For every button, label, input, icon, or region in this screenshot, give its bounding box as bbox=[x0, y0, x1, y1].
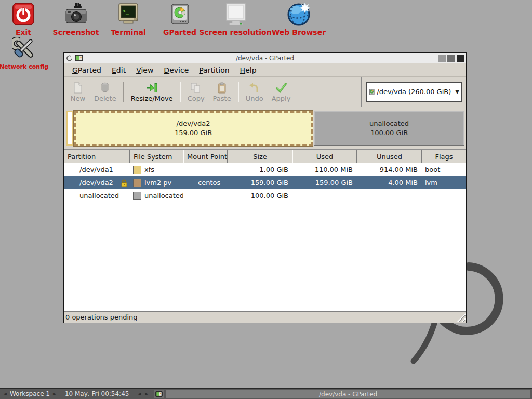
task-prev-icon[interactable]: ◄ bbox=[136, 389, 142, 399]
column-header-partition[interactable]: Partition bbox=[64, 150, 130, 163]
screenshot-camera-icon bbox=[63, 2, 88, 26]
menu-edit[interactable]: Edit bbox=[107, 64, 131, 76]
paste-button[interactable]: Paste bbox=[209, 80, 235, 104]
partition-table: Partition File System Mount Point Size U… bbox=[64, 150, 466, 311]
cell-unused: 4.00 MiB bbox=[357, 176, 422, 189]
copy-icon bbox=[190, 82, 202, 94]
visual-partition-vda2-selected[interactable]: /dev/vda2 159.00 GiB bbox=[74, 111, 313, 146]
desktop-icon-exit[interactable]: Exit bbox=[0, 2, 48, 36]
new-partition-button[interactable]: New bbox=[66, 80, 90, 104]
device-drive-icon bbox=[369, 86, 375, 98]
exit-icon bbox=[11, 2, 36, 26]
workspace-prev-icon[interactable]: ◄ bbox=[2, 389, 8, 399]
resize-grip[interactable] bbox=[457, 313, 466, 322]
gparted-window: /dev/vda - GParted GParted Edit View Dev… bbox=[63, 52, 467, 323]
column-header-unused[interactable]: Unused bbox=[357, 150, 422, 163]
desktop-icon-network-config[interactable]: Network config bbox=[0, 36, 49, 71]
menu-view[interactable]: View bbox=[131, 64, 158, 76]
new-document-icon bbox=[72, 82, 84, 94]
terminal-icon: >_ bbox=[116, 2, 141, 26]
visual-partition-unallocated[interactable]: unallocated 100.00 GiB bbox=[314, 111, 464, 146]
visual-partition-name: unallocated bbox=[369, 119, 409, 128]
gparted-task-icon bbox=[155, 391, 163, 397]
cell-partition: unallocated bbox=[64, 189, 130, 202]
menu-gparted[interactable]: GParted bbox=[67, 64, 107, 76]
desktop-icon-screenshot[interactable]: Screenshot bbox=[51, 2, 101, 36]
cell-used: 159.00 GiB bbox=[292, 176, 357, 189]
cell-filesystem: xfs bbox=[130, 163, 183, 176]
maximize-button[interactable] bbox=[447, 55, 455, 62]
task-next-icon[interactable]: ► bbox=[144, 389, 150, 399]
desktop-icon-label: Web Browser bbox=[272, 29, 326, 36]
svg-text:>_: >_ bbox=[123, 8, 129, 15]
visual-partition-size: 100.00 GiB bbox=[370, 128, 408, 138]
taskbar: ◄ Workspace 1 ► 10 May, Fri 00:54:45 ◄ ►… bbox=[0, 388, 532, 399]
undo-button[interactable]: Undo bbox=[242, 80, 268, 104]
filesystem-color-swatch bbox=[133, 166, 141, 174]
visual-partition-size: 159.00 GiB bbox=[175, 128, 212, 138]
desktop-icon-label: Screenshot bbox=[53, 29, 99, 36]
resize-move-icon bbox=[145, 82, 158, 94]
partition-visual-bar: /dev/vda2 159.00 GiB unallocated 100.00 … bbox=[64, 107, 466, 150]
desktop-icon-gparted[interactable]: GParted bbox=[155, 2, 205, 36]
taskbar-gparted-tile[interactable] bbox=[154, 390, 164, 398]
toolbar-separator bbox=[238, 82, 239, 102]
taskbar-task-gparted[interactable]: /dev/vda - GParted bbox=[166, 390, 530, 398]
cell-flags: boot bbox=[422, 163, 466, 176]
undo-icon bbox=[248, 82, 261, 94]
cell-size: 1.00 GiB bbox=[228, 163, 292, 176]
device-size: (260.00 GiB) bbox=[408, 88, 451, 96]
desktop-icon-web-browser[interactable]: Web Browser bbox=[274, 2, 324, 36]
taskbar-clock: 10 May, Fri 00:54:45 bbox=[65, 390, 129, 397]
cell-used: --- bbox=[292, 189, 357, 202]
table-row-vda2-selected[interactable]: /dev/vda2 lvm2 pv centos 159.00 GiB 159.… bbox=[64, 176, 466, 189]
window-titlebar[interactable]: /dev/vda - GParted bbox=[64, 53, 466, 63]
copy-button[interactable]: Copy bbox=[183, 80, 209, 104]
table-header-row: Partition File System Mount Point Size U… bbox=[64, 150, 466, 163]
cell-partition: /dev/vda1 bbox=[64, 163, 130, 176]
menu-device[interactable]: Device bbox=[158, 64, 194, 76]
delete-icon bbox=[99, 82, 111, 94]
network-config-tools-icon bbox=[11, 36, 36, 61]
desktop-icon-label: GParted bbox=[163, 29, 196, 36]
cell-mountpoint: centos bbox=[183, 176, 228, 189]
column-header-used[interactable]: Used bbox=[292, 150, 357, 163]
workspace-label: Workspace 1 bbox=[10, 390, 50, 397]
cell-used: 110.00 MiB bbox=[292, 163, 357, 176]
window-title: /dev/vda - GParted bbox=[64, 53, 466, 63]
desktop-icon-terminal[interactable]: >_ Terminal bbox=[103, 2, 153, 36]
desktop-icon-screen-resolution[interactable]: Screen resolution bbox=[210, 2, 260, 36]
paste-icon bbox=[216, 82, 228, 94]
table-row-unallocated[interactable]: unallocated unallocated 100.00 GiB --- -… bbox=[64, 189, 466, 202]
workspace-next-icon[interactable]: ► bbox=[52, 389, 58, 399]
visual-partition-vda1[interactable] bbox=[66, 111, 73, 146]
cell-filesystem: lvm2 pv bbox=[130, 176, 183, 189]
table-row-vda1[interactable]: /dev/vda1 xfs 1.00 GiB 110.00 MiB 914.00… bbox=[64, 163, 466, 176]
toolbar: New Delete Resize/Move Copy bbox=[64, 77, 466, 107]
desktop-icon-label: Terminal bbox=[111, 29, 146, 36]
statusbar: 0 operations pending bbox=[64, 311, 466, 323]
close-button[interactable] bbox=[457, 55, 464, 62]
minimize-button[interactable] bbox=[438, 55, 446, 62]
cell-size: 100.00 GiB bbox=[228, 189, 292, 202]
visual-partition-name: /dev/vda2 bbox=[177, 119, 210, 128]
menubar: GParted Edit View Device Partition Help bbox=[64, 63, 466, 77]
column-header-flags[interactable]: Flags bbox=[422, 150, 466, 163]
resize-move-button[interactable]: Resize/Move bbox=[127, 80, 177, 104]
dropdown-arrow-icon: ▼ bbox=[453, 89, 459, 95]
column-header-filesystem[interactable]: File System bbox=[130, 150, 183, 163]
toolbar-separator bbox=[123, 82, 124, 102]
column-header-size[interactable]: Size bbox=[228, 150, 292, 163]
filesystem-color-swatch bbox=[133, 179, 141, 187]
menu-help[interactable]: Help bbox=[235, 64, 262, 76]
menu-partition[interactable]: Partition bbox=[194, 64, 234, 76]
device-selector[interactable]: /dev/vda (260.00 GiB) ▼ bbox=[366, 82, 462, 102]
desktop-icon-label: Screen resolution bbox=[199, 29, 271, 36]
cell-partition: /dev/vda2 bbox=[64, 176, 130, 189]
cell-flags bbox=[422, 189, 466, 202]
desktop-icon-label: Exit bbox=[16, 29, 31, 36]
column-header-mountpoint[interactable]: Mount Point bbox=[183, 150, 228, 163]
delete-partition-button[interactable]: Delete bbox=[90, 80, 121, 104]
apply-button[interactable]: Apply bbox=[268, 80, 295, 104]
web-browser-globe-icon bbox=[286, 2, 311, 26]
